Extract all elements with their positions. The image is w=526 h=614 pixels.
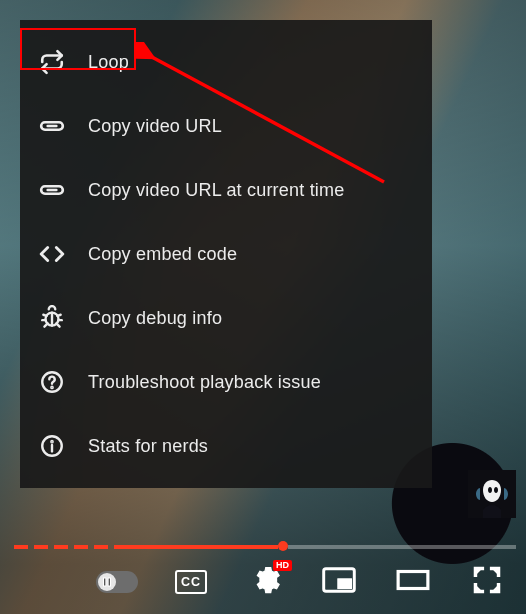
fullscreen-icon	[470, 565, 504, 599]
embed-icon	[38, 240, 66, 268]
svg-rect-22	[338, 579, 352, 589]
menu-item-copy-url-time[interactable]: Copy video URL at current time	[20, 158, 432, 222]
info-icon	[38, 432, 66, 460]
menu-item-label: Stats for nerds	[88, 436, 208, 457]
hd-badge: HD	[273, 560, 292, 571]
svg-line-7	[57, 315, 60, 316]
svg-rect-19	[104, 578, 106, 586]
cc-label: CC	[181, 575, 201, 589]
svg-rect-23	[398, 572, 428, 589]
menu-item-copy-url[interactable]: Copy video URL	[20, 94, 432, 158]
svg-rect-20	[108, 578, 110, 586]
link-icon	[38, 112, 66, 140]
loop-icon	[38, 48, 66, 76]
svg-line-6	[43, 315, 46, 316]
svg-line-10	[44, 323, 47, 326]
progress-played	[120, 545, 278, 549]
miniplayer-button[interactable]	[318, 564, 360, 600]
captions-button[interactable]: CC	[170, 564, 212, 600]
fullscreen-button[interactable]	[466, 564, 508, 600]
pause-icon	[98, 573, 116, 591]
autoplay-toggle[interactable]	[96, 564, 138, 600]
menu-item-label: Copy video URL at current time	[88, 180, 344, 201]
settings-button[interactable]: HD	[244, 564, 286, 600]
theater-icon	[396, 565, 430, 599]
player-controls: CC HD	[0, 556, 526, 614]
progress-bar[interactable]	[0, 544, 526, 550]
help-icon	[38, 368, 66, 396]
menu-item-label: Troubleshoot playback issue	[88, 372, 321, 393]
cc-icon: CC	[175, 570, 207, 594]
miniplayer-icon	[322, 565, 356, 599]
menu-item-label: Loop	[88, 52, 129, 73]
svg-point-13	[51, 387, 52, 388]
menu-item-label: Copy video URL	[88, 116, 222, 137]
svg-line-11	[56, 323, 59, 326]
menu-item-copy-debug[interactable]: Copy debug info	[20, 286, 432, 350]
menu-item-label: Copy embed code	[88, 244, 237, 265]
menu-item-stats[interactable]: Stats for nerds	[20, 414, 432, 478]
menu-item-troubleshoot[interactable]: Troubleshoot playback issue	[20, 350, 432, 414]
progress-scrubber[interactable]	[278, 541, 288, 551]
svg-point-15	[51, 441, 52, 442]
progress-remaining	[288, 545, 516, 549]
bug-icon	[38, 304, 66, 332]
channel-avatar[interactable]	[468, 470, 516, 518]
context-menu: Loop Copy video URL Copy video URL at cu…	[20, 20, 432, 488]
menu-item-copy-embed[interactable]: Copy embed code	[20, 222, 432, 286]
link-icon	[38, 176, 66, 204]
video-player-area: Loop Copy video URL Copy video URL at cu…	[0, 0, 526, 614]
menu-item-loop[interactable]: Loop	[20, 30, 432, 94]
theater-button[interactable]	[392, 564, 434, 600]
menu-item-label: Copy debug info	[88, 308, 222, 329]
